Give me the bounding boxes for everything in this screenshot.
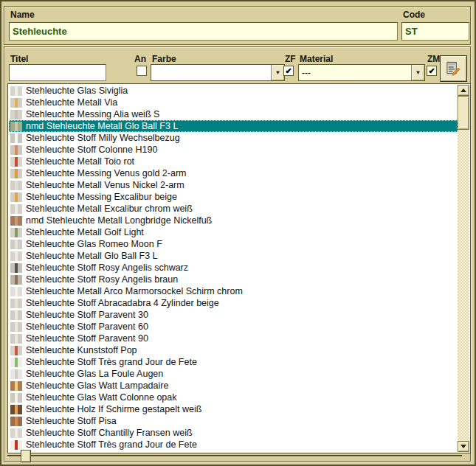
- item-label: Stehleuchte Messing Excalibur beige: [26, 192, 177, 202]
- item-thumbnail-icon: [10, 228, 22, 237]
- result-list: Stehleuchte Glas Siviglia Stehleuchte Me…: [9, 85, 458, 452]
- code-input[interactable]: [401, 22, 469, 41]
- item-thumbnail-icon: [10, 192, 22, 202]
- item-label: Stehleuchte Stoff Chantilly Fransen weiß: [26, 428, 193, 438]
- titel-label: Titel: [10, 54, 28, 64]
- code-label: Code: [403, 10, 425, 20]
- item-thumbnail-icon: [10, 263, 22, 273]
- name-label: Name: [10, 10, 35, 20]
- vertical-scrollbar-thumb[interactable]: [458, 96, 469, 130]
- scroll-down-button[interactable]: [458, 441, 469, 452]
- item-label: Stehleuchte Stoff Paravent 90: [26, 333, 148, 344]
- list-item[interactable]: Stehleuchte Stoff Très grand Jour de Fet…: [9, 356, 458, 368]
- item-label: Stehleuchte Glas La Foule Augen: [26, 369, 163, 379]
- item-thumbnail-icon: [10, 157, 22, 167]
- list-item[interactable]: Stehleuchte Stoff Rosy Angelis braun: [9, 274, 458, 285]
- scroll-up-button[interactable]: [458, 85, 469, 96]
- item-label: Stehleuchte Metall Glo Ball F3 L: [26, 251, 158, 261]
- list-item[interactable]: Stehleuchte Holz If Schirme gestapelt we…: [9, 403, 458, 415]
- item-thumbnail-icon: [10, 299, 22, 308]
- item-thumbnail-icon: [10, 251, 22, 261]
- farbe-dropdown-button[interactable]: ▼: [271, 65, 284, 80]
- titel-input[interactable]: [9, 64, 106, 81]
- item-label: Stehleuchte Metall Toio rot: [26, 156, 134, 167]
- list-item[interactable]: Stehleuchte Glas Siviglia: [9, 85, 458, 97]
- item-thumbnail-icon: [10, 440, 22, 450]
- zf-checkbox[interactable]: ✔: [283, 66, 294, 76]
- list-item[interactable]: [9, 451, 458, 452]
- farbe-combobox-input[interactable]: [151, 65, 271, 80]
- farbe-combobox[interactable]: ▼: [151, 64, 285, 81]
- horizontal-scrollbar-track[interactable]: [7, 455, 462, 457]
- item-label: Stehleuchte Glas Siviglia: [26, 86, 128, 96]
- item-label: Stehleuchte Glas Watt Lampadaire: [26, 380, 168, 391]
- item-label: Stehleuchte Stoff Rosy Angelis schwarz: [26, 262, 188, 273]
- material-label: Material: [300, 54, 333, 64]
- check-icon: ✔: [285, 67, 292, 75]
- zf-label: ZF: [285, 54, 296, 64]
- item-thumbnail-icon: [10, 110, 22, 119]
- item-label: Stehleuchte Messing Venus gold 2-arm: [26, 168, 187, 178]
- list-item[interactable]: Stehleuchte Metall Arco Marmorsockel Sch…: [9, 285, 458, 297]
- list-item[interactable]: Stehleuchte Stoff Très grand Jour de Fet…: [9, 439, 458, 451]
- list-item[interactable]: Stehleuchte Messing Excalibur beige: [9, 191, 458, 203]
- list-item[interactable]: Stehleuchte Glas La Foule Augen: [9, 368, 458, 380]
- product-search-window: Name Code Titel An Farbe ▼ ZF ✔ Material…: [0, 0, 476, 466]
- farbe-label: Farbe: [152, 54, 176, 64]
- list-item[interactable]: Stehleuchte Metall Excalibur chrom weiß: [9, 203, 458, 215]
- item-label: Stehleuchte Kunststoff Pop: [26, 345, 137, 355]
- material-combobox[interactable]: ▼: [298, 64, 425, 81]
- material-dropdown-button[interactable]: ▼: [411, 65, 424, 80]
- list-item[interactable]: Stehleuchte Stoff Paravent 60: [9, 321, 458, 333]
- list-item[interactable]: Stehleuchte Messing Venus gold 2-arm: [9, 167, 458, 179]
- list-item[interactable]: Stehleuchte Metall Via: [9, 97, 458, 108]
- item-thumbnail-icon: [10, 216, 22, 226]
- list-item[interactable]: Stehleuchte Stoff Pisa: [9, 415, 458, 427]
- zm-label: ZM: [427, 54, 440, 64]
- edit-form-button[interactable]: [440, 55, 467, 82]
- list-item[interactable]: nmd Stehleuchte Metall Glo Ball F3 L: [9, 120, 458, 132]
- list-item[interactable]: Stehleuchte Stoff Colonne H190: [9, 144, 458, 156]
- item-thumbnail-icon: [10, 86, 22, 96]
- horizontal-scrollbar-thumb[interactable]: [21, 450, 31, 462]
- list-item[interactable]: Stehleuchte Stoff Abracadabra 4 Zylinder…: [9, 297, 458, 309]
- list-item[interactable]: Stehleuchte Stoff Chantilly Fransen weiß: [9, 427, 458, 439]
- name-input[interactable]: [9, 22, 398, 41]
- list-item[interactable]: Stehleuchte Glas Watt Colonne opak: [9, 392, 458, 403]
- item-thumbnail-icon: [10, 417, 22, 426]
- item-label: Stehleuchte Holz If Schirme gestapelt we…: [26, 404, 201, 414]
- item-thumbnail-icon: [10, 358, 22, 367]
- list-item[interactable]: Stehleuchte Glas Watt Lampadaire: [9, 380, 458, 392]
- result-listbox: Stehleuchte Glas Siviglia Stehleuchte Me…: [7, 83, 471, 453]
- list-item[interactable]: Stehleuchte Kunststoff Pop: [9, 344, 458, 356]
- list-item[interactable]: Stehleuchte Stoff Paravent 30: [9, 309, 458, 321]
- form-with-pencil-icon: [445, 60, 462, 77]
- list-item[interactable]: Stehleuchte Messing Alia weiß S: [9, 108, 458, 120]
- item-label: nmd Stehleuchte Metall Longbridge Nickel…: [26, 215, 212, 226]
- list-item[interactable]: Stehleuchte Stoff Rosy Angelis schwarz: [9, 262, 458, 274]
- list-item[interactable]: nmd Stehleuchte Metall Longbridge Nickel…: [9, 215, 458, 226]
- material-combobox-input[interactable]: [299, 65, 411, 80]
- item-label: Stehleuchte Stoff Très grand Jour de Fet…: [26, 357, 197, 367]
- list-item[interactable]: Stehleuchte Stoff Milly Wechselbezug: [9, 132, 458, 144]
- item-label: Stehleuchte Stoff Paravent 30: [26, 310, 148, 320]
- an-checkbox[interactable]: [137, 66, 147, 76]
- item-label: Stehleuchte Stoff Abracadabra 4 Zylinder…: [26, 298, 219, 308]
- list-item[interactable]: Stehleuchte Metall Glo Ball F3 L: [9, 250, 458, 262]
- list-item[interactable]: Stehleuchte Metall Venus Nickel 2-arm: [9, 179, 458, 191]
- item-thumbnail-icon: [10, 405, 22, 414]
- list-item[interactable]: Stehleuchte Stoff Paravent 90: [9, 333, 458, 344]
- item-label: Stehleuchte Metall Excalibur chrom weiß: [26, 204, 193, 214]
- zm-checkbox[interactable]: ✔: [427, 66, 437, 76]
- item-thumbnail-icon: [10, 287, 22, 296]
- list-item[interactable]: Stehleuchte Metall Golf Light: [9, 226, 458, 238]
- item-thumbnail-icon: [10, 122, 22, 131]
- list-item[interactable]: Stehleuchte Glas Romeo Moon F: [9, 238, 458, 250]
- header-panel: Name Code: [4, 6, 471, 45]
- item-thumbnail-icon: [10, 322, 22, 332]
- vertical-scrollbar[interactable]: [458, 85, 469, 452]
- list-item[interactable]: Stehleuchte Metall Toio rot: [9, 156, 458, 167]
- item-thumbnail-icon: [10, 275, 22, 285]
- chevron-down-icon: ▼: [415, 69, 421, 76]
- item-label: nmd Stehleuchte Metall Glo Ball F3 L: [26, 121, 178, 131]
